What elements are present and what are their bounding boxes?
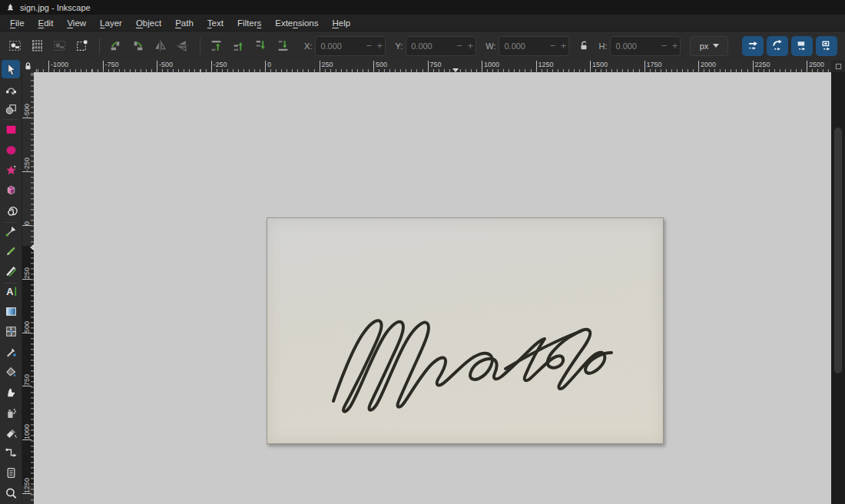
ruler-tick — [22, 439, 31, 440]
tool-spray[interactable] — [2, 403, 20, 422]
spiral-icon — [5, 204, 18, 217]
unit-dropdown[interactable]: px — [690, 36, 728, 56]
tool-dropper[interactable] — [2, 343, 20, 361]
x-field: X: 0.000 − + — [304, 36, 386, 56]
canvas[interactable] — [34, 72, 831, 504]
unlock-icon — [578, 40, 589, 51]
tool-eraser[interactable] — [2, 423, 20, 442]
tool-connector[interactable] — [2, 444, 20, 463]
tool-spiral[interactable] — [2, 201, 20, 220]
menu-help[interactable]: Help — [326, 17, 358, 29]
rotate-cw-button[interactable] — [128, 36, 148, 56]
y-increment[interactable]: + — [465, 40, 476, 51]
menu-path[interactable]: Path — [168, 17, 200, 29]
h-increment[interactable]: + — [669, 40, 680, 51]
tool-mesh-gradient[interactable] — [2, 323, 20, 341]
tool-rectangle[interactable] — [2, 121, 20, 139]
select-all-layers-button[interactable] — [27, 36, 48, 56]
calligraphy-icon — [5, 264, 18, 277]
flip-vertical-button[interactable] — [172, 36, 193, 56]
tool-node-editor[interactable] — [2, 80, 20, 98]
w-input[interactable]: 0.000 − + — [499, 36, 569, 56]
lower-button[interactable] — [250, 36, 271, 56]
eraser-icon — [5, 426, 18, 439]
tool-zoom[interactable] — [2, 484, 20, 502]
tool-ellipse[interactable] — [2, 141, 20, 159]
menu-view[interactable]: View — [60, 17, 93, 29]
ruler-tick — [22, 171, 31, 172]
tool-pen[interactable] — [2, 221, 20, 240]
dropper-icon — [5, 346, 18, 359]
node-editor-icon — [5, 83, 18, 96]
x-input[interactable]: 0.000 − + — [315, 36, 386, 56]
selection-frame-button[interactable] — [71, 36, 92, 56]
deselect-button[interactable] — [49, 36, 70, 56]
inkscape-logo-icon — [6, 3, 15, 12]
lock-ratio-toggle[interactable] — [578, 40, 589, 51]
menu-layer[interactable]: Layer — [93, 17, 129, 29]
scale-pattern-toggle[interactable] — [816, 36, 837, 56]
zoom-icon — [5, 487, 18, 500]
tool-calligraphy[interactable] — [2, 262, 20, 280]
tool-gradient[interactable] — [2, 303, 20, 321]
ruler-label: -1000 — [48, 61, 68, 71]
select-all-button[interactable] — [5, 36, 25, 56]
lock-guides-toggle[interactable] — [22, 60, 34, 72]
tool-paint-bucket[interactable] — [2, 363, 20, 381]
h-decrement[interactable]: − — [658, 40, 669, 51]
w-increment[interactable]: + — [558, 40, 568, 51]
scrollbar-thumb[interactable] — [834, 128, 842, 373]
ruler-label: 0 — [265, 61, 271, 71]
ruler-label: 500 — [373, 61, 387, 71]
tool-pencil[interactable] — [2, 242, 20, 260]
vertical-scrollbar[interactable] — [831, 60, 845, 504]
menu-file[interactable]: File — [3, 17, 31, 29]
x-label: X: — [304, 41, 312, 51]
scale-corners-toggle[interactable] — [767, 36, 788, 56]
menu-edit[interactable]: Edit — [31, 17, 61, 29]
toolbox-separator — [4, 119, 18, 120]
connector-icon — [5, 446, 18, 459]
ruler-label: 1500 — [590, 61, 608, 71]
tool-tweak[interactable] — [2, 383, 20, 402]
scrollbar-corner — [831, 60, 845, 72]
lock-icon — [24, 61, 32, 71]
horizontal-ruler[interactable]: -1000-750-500-25002505007501000125015001… — [34, 60, 831, 72]
ruler-label: -500 — [157, 61, 173, 71]
x-increment[interactable]: + — [374, 40, 385, 51]
scale-stroke-toggle[interactable] — [742, 36, 764, 56]
tool-text[interactable]: A — [2, 282, 20, 300]
flip-horizontal-button[interactable] — [150, 36, 171, 56]
vertical-ruler[interactable]: -500-250025050075010001250 — [22, 72, 34, 504]
rectangle-icon — [5, 123, 18, 136]
ruler-tick — [22, 493, 31, 494]
menu-object[interactable]: Object — [129, 17, 168, 29]
inkscape-window: sign.jpg - Inkscape FileEditViewLayerObj… — [0, 0, 845, 504]
shape-builder-icon — [5, 103, 18, 116]
signature-image[interactable] — [267, 217, 664, 444]
box-3d-icon — [5, 184, 18, 197]
menu-text[interactable]: Text — [200, 17, 230, 29]
tool-selector[interactable] — [2, 60, 20, 78]
raise-to-top-button[interactable] — [206, 36, 227, 56]
tool-star[interactable] — [2, 161, 20, 179]
tool-shape-builder[interactable] — [2, 101, 20, 119]
y-input[interactable]: 0.000 − + — [406, 36, 476, 56]
ruler-label: 250 — [320, 61, 333, 71]
tool-box-3d[interactable] — [2, 181, 20, 200]
lower-to-bottom-button[interactable] — [273, 36, 293, 56]
y-decrement[interactable]: − — [454, 40, 465, 51]
h-input[interactable]: 0.000 − + — [610, 36, 681, 56]
menu-extensions[interactable]: Extensions — [268, 17, 325, 29]
w-decrement[interactable]: − — [547, 40, 558, 51]
raise-button[interactable] — [228, 36, 249, 56]
rotate-ccw-button[interactable] — [105, 36, 126, 56]
tool-pages[interactable] — [2, 464, 20, 482]
menu-filters[interactable]: Filters — [230, 17, 268, 29]
ruler-label: 1000 — [22, 424, 31, 439]
star-icon — [5, 164, 18, 177]
ruler-label: 1250 — [536, 61, 554, 71]
scale-gradient-toggle[interactable] — [791, 36, 813, 56]
x-decrement[interactable]: − — [363, 40, 374, 51]
mesh-gradient-icon — [5, 325, 18, 338]
